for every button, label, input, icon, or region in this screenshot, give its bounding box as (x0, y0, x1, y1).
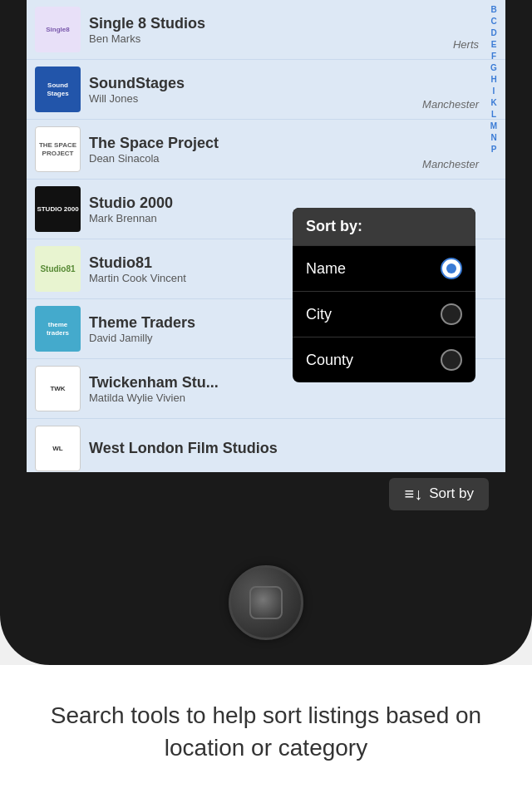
list-item[interactable]: WL West London Film Studios (27, 419, 505, 479)
caption-area: Search tools to help sort listings based… (0, 665, 532, 798)
studio-logo: STUDIO 2000 (35, 186, 81, 232)
studio-logo: WL (35, 426, 81, 471)
studio-logo: Studio81 (35, 246, 81, 292)
studio-name: Single 8 Studios (89, 15, 497, 32)
sort-option-county[interactable]: County (293, 337, 475, 382)
alpha-letter[interactable]: G (490, 62, 497, 74)
studio-logo: TWK (35, 366, 81, 411)
sort-radio-county[interactable] (441, 349, 462, 371)
sort-popup-header: Sort by: (293, 208, 475, 245)
sort-bar: ≡↓ Sort by (27, 472, 505, 515)
alpha-letter[interactable]: M (490, 121, 497, 132)
sort-radio-name[interactable] (441, 258, 462, 279)
list-item[interactable]: Sound Stages SoundStages Will Jones Manc… (27, 60, 505, 120)
sort-option-city[interactable]: City (293, 291, 475, 337)
studio-logo: theme traders (35, 306, 81, 352)
phone-screen: Single8 Single 8 Studios Ben Marks Herts… (27, 0, 505, 515)
list-item[interactable]: THE SPACE PROJECT The Space Project Dean… (27, 120, 505, 180)
studio-info: West London Film Studios (89, 440, 497, 457)
sort-by-button[interactable]: ≡↓ Sort by (389, 478, 489, 510)
studio-name: West London Film Studios (89, 440, 497, 457)
alpha-letter[interactable]: H (490, 74, 496, 86)
studio-contact: Matilda Wylie Vivien (89, 392, 497, 404)
list-item[interactable]: Single8 Single 8 Studios Ben Marks Herts (27, 0, 505, 60)
radio-inner (446, 264, 456, 273)
sort-bar-label: Sort by (429, 485, 474, 502)
studio-logo: THE SPACE PROJECT (35, 126, 81, 172)
studio-logo: Single8 (35, 7, 81, 52)
caption-text: Search tools to help sort listings based… (25, 699, 507, 764)
home-button[interactable] (229, 565, 303, 640)
sort-option-label: County (306, 352, 353, 369)
alpha-letter[interactable]: E (491, 39, 497, 51)
alpha-letter[interactable]: I (493, 86, 495, 97)
alpha-letter[interactable]: P (491, 144, 497, 155)
sort-icon: ≡↓ (404, 485, 422, 504)
studio-contact: Ben Marks (89, 32, 497, 45)
alpha-letter[interactable]: K (490, 97, 496, 109)
studio-location: Manchester (422, 98, 479, 111)
sort-radio-city[interactable] (441, 303, 462, 325)
sort-popup: Sort by: Name City County (293, 208, 475, 382)
alpha-letter[interactable]: D (490, 27, 496, 39)
studio-name: SoundStages (89, 75, 497, 92)
studio-location: Manchester (422, 158, 479, 170)
home-button-inner (249, 586, 283, 619)
sort-option-name[interactable]: Name (293, 245, 475, 291)
alphabet-sidebar: B C D E F G H I K L M N P (482, 0, 505, 515)
studio-logo: Sound Stages (35, 66, 81, 112)
studio-info: Single 8 Studios Ben Marks (89, 15, 497, 45)
sort-option-label: City (306, 306, 332, 323)
phone-frame: Single8 Single 8 Studios Ben Marks Herts… (0, 0, 532, 665)
studio-name: The Space Project (89, 135, 497, 152)
alpha-letter[interactable]: B (490, 4, 496, 16)
sort-option-label: Name (306, 260, 346, 278)
studio-location: Herts (453, 38, 479, 51)
alpha-letter[interactable]: L (491, 109, 496, 121)
alpha-letter[interactable]: F (491, 51, 496, 62)
alpha-letter[interactable]: C (490, 16, 496, 27)
alpha-letter[interactable]: N (490, 132, 496, 144)
